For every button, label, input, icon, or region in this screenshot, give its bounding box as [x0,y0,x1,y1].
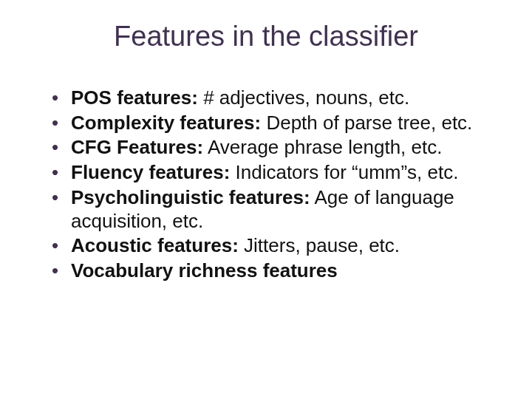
list-item: Complexity features: Depth of parse tree… [56,112,497,135]
item-desc: Indicators for “umm”s, etc. [230,161,458,183]
list-item: POS features: # adjectives, nouns, etc. [56,86,497,110]
item-label: Acoustic features: [71,234,239,256]
item-label: Vocabulary richness features [71,259,338,282]
slide-title: Features in the classifier [35,21,497,52]
item-label: POS features: [71,86,198,109]
item-desc: # adjectives, nouns, etc. [198,86,409,109]
list-item: Psycholinguistic features: Age of langua… [56,186,497,233]
list-item: Acoustic features: Jitters, pause, etc. [56,234,497,258]
list-item: Vocabulary richness features [56,259,497,283]
item-desc: Average phrase length, etc. [203,136,442,158]
item-desc: Depth of parse tree, etc. [261,112,472,134]
list-item: Fluency features: Indicators for “umm”s,… [56,161,497,185]
item-label: Psycholinguistic features: [71,186,310,208]
item-label: CFG Features: [71,136,203,158]
item-label: Complexity features: [71,112,261,134]
item-label: Fluency features: [71,161,230,183]
list-item: CFG Features: Average phrase length, etc… [56,136,497,160]
bullet-list: POS features: # adjectives, nouns, etc. … [35,86,497,283]
item-desc: Jitters, pause, etc. [239,234,400,256]
